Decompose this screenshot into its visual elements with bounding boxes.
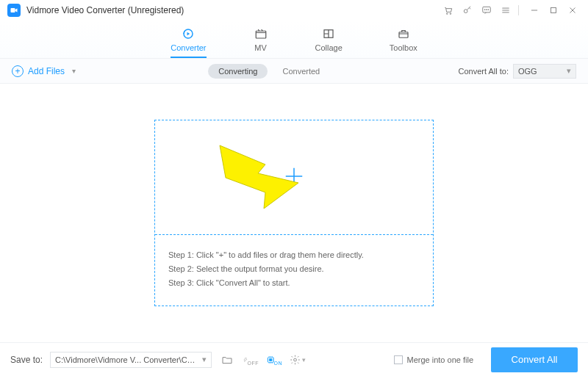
window-title: Vidmore Video Converter (Unregistered) [26,5,184,15]
svg-point-3 [464,10,467,13]
titlebar: Vidmore Video Converter (Unregistered) [0,0,588,21]
divider [518,5,519,15]
svg-rect-0 [11,8,15,12]
format-value: OGG [518,67,537,76]
chevron-down-icon: ▾ [202,355,207,364]
convert-all-to: Convert All to: OGG ▾ [459,64,576,79]
add-plus-icon[interactable] [283,165,305,189]
tab-label: Collage [315,43,343,52]
svg-point-1 [446,13,448,15]
collage-icon [321,26,336,41]
tab-converter[interactable]: Converter [171,26,206,58]
svg-rect-10 [256,31,266,38]
converter-icon [181,26,196,41]
hw-accel-off[interactable]: OFF [243,352,259,368]
segment-control: Converting Converted [208,64,326,79]
step-text: Step 3: Click "Convert All" to start. [168,278,420,287]
drop-area[interactable] [155,120,433,235]
close-icon[interactable] [564,2,581,18]
svg-point-2 [450,13,451,15]
step-text: Step 1: Click "+" to add files or drag t… [168,250,420,259]
main-tabs: Converter MV Collage Toolbox [0,21,588,59]
add-files-button[interactable]: + Add Files ▾ [12,65,76,77]
chevron-down-icon: ▾ [302,356,306,364]
tab-mv[interactable]: MV [254,26,268,58]
merge-checkbox[interactable]: Merge into one file [394,355,474,364]
save-to-label: Save to: [10,355,43,365]
tab-label: Converter [171,43,206,52]
hw-on-label: ON [274,361,283,366]
minimize-icon[interactable] [526,2,542,18]
save-path-value: C:\Vidmore\Vidmore V... Converter\Conver… [55,355,198,364]
output-format-select[interactable]: OGG ▾ [513,64,576,79]
open-folder-button[interactable] [219,352,235,368]
step-text: Step 2: Select the output format you des… [168,264,420,273]
segment-converting[interactable]: Converting [208,64,268,79]
drop-zone[interactable]: Step 1: Click "+" to add files or drag t… [154,120,434,306]
svg-point-5 [484,10,485,10]
svg-point-7 [488,10,489,10]
chevron-down-icon: ▾ [567,66,571,76]
plus-circle-icon: + [12,65,24,77]
svg-rect-14 [270,358,272,361]
instructions: Step 1: Click "+" to add files or drag t… [155,235,433,306]
tab-collage[interactable]: Collage [315,26,343,58]
convert-all-button[interactable]: Convert All [491,347,578,372]
tab-label: Toolbox [390,43,417,52]
menu-icon[interactable] [498,2,514,18]
app-logo [7,4,21,17]
merge-label: Merge into one file [407,355,474,364]
segment-converted[interactable]: Converted [276,64,326,79]
tab-label: MV [254,43,267,52]
sub-toolbar: + Add Files ▾ Converting Converted Conve… [0,59,588,84]
svg-point-6 [487,10,487,10]
save-path-select[interactable]: C:\Vidmore\Vidmore V... Converter\Conver… [50,352,212,368]
tab-toolbox[interactable]: Toolbox [390,26,417,58]
settings-button[interactable]: ▾ [290,352,306,368]
add-files-label: Add Files [28,66,65,76]
maximize-icon[interactable] [545,2,562,18]
convert-all-label: Convert All [512,354,558,365]
footer-bar: Save to: C:\Vidmore\Vidmore V... Convert… [0,342,588,376]
svg-point-15 [294,358,297,361]
hw-off-label: OFF [248,361,259,366]
chevron-down-icon: ▾ [72,67,76,75]
stage: Step 1: Click "+" to add files or drag t… [0,84,588,342]
svg-rect-12 [399,32,408,38]
cart-icon[interactable] [440,2,456,18]
checkbox-icon [394,355,403,364]
convert-all-to-label: Convert All to: [459,67,509,76]
toolbox-icon [396,26,411,41]
key-icon[interactable] [459,2,476,18]
svg-rect-8 [551,8,556,13]
feedback-icon[interactable] [478,2,495,18]
hw-accel-on[interactable]: ON [266,352,282,368]
mv-icon [254,26,268,41]
